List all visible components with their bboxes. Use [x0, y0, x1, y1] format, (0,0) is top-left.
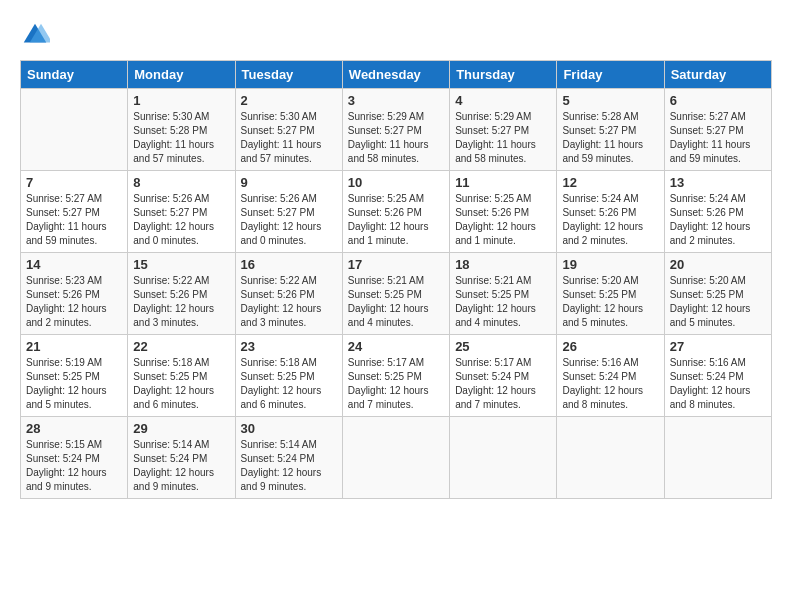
col-header-wednesday: Wednesday: [342, 61, 449, 89]
day-cell: [557, 417, 664, 499]
day-cell: 28Sunrise: 5:15 AMSunset: 5:24 PMDayligh…: [21, 417, 128, 499]
day-info: Sunrise: 5:30 AMSunset: 5:28 PMDaylight:…: [133, 110, 229, 166]
day-cell: [342, 417, 449, 499]
day-number: 16: [241, 257, 337, 272]
logo-icon: [20, 20, 50, 50]
day-info: Sunrise: 5:30 AMSunset: 5:27 PMDaylight:…: [241, 110, 337, 166]
day-info: Sunrise: 5:23 AMSunset: 5:26 PMDaylight:…: [26, 274, 122, 330]
day-number: 9: [241, 175, 337, 190]
day-cell: 25Sunrise: 5:17 AMSunset: 5:24 PMDayligh…: [450, 335, 557, 417]
day-info: Sunrise: 5:26 AMSunset: 5:27 PMDaylight:…: [241, 192, 337, 248]
day-cell: 10Sunrise: 5:25 AMSunset: 5:26 PMDayligh…: [342, 171, 449, 253]
day-cell: 2Sunrise: 5:30 AMSunset: 5:27 PMDaylight…: [235, 89, 342, 171]
day-number: 28: [26, 421, 122, 436]
day-cell: 11Sunrise: 5:25 AMSunset: 5:26 PMDayligh…: [450, 171, 557, 253]
day-number: 5: [562, 93, 658, 108]
day-number: 21: [26, 339, 122, 354]
week-row-3: 14Sunrise: 5:23 AMSunset: 5:26 PMDayligh…: [21, 253, 772, 335]
day-info: Sunrise: 5:17 AMSunset: 5:24 PMDaylight:…: [455, 356, 551, 412]
day-number: 29: [133, 421, 229, 436]
day-cell: 26Sunrise: 5:16 AMSunset: 5:24 PMDayligh…: [557, 335, 664, 417]
day-number: 14: [26, 257, 122, 272]
day-info: Sunrise: 5:18 AMSunset: 5:25 PMDaylight:…: [133, 356, 229, 412]
day-cell: 24Sunrise: 5:17 AMSunset: 5:25 PMDayligh…: [342, 335, 449, 417]
day-number: 10: [348, 175, 444, 190]
day-info: Sunrise: 5:22 AMSunset: 5:26 PMDaylight:…: [241, 274, 337, 330]
day-number: 27: [670, 339, 766, 354]
day-cell: 27Sunrise: 5:16 AMSunset: 5:24 PMDayligh…: [664, 335, 771, 417]
day-cell: 3Sunrise: 5:29 AMSunset: 5:27 PMDaylight…: [342, 89, 449, 171]
day-cell: 4Sunrise: 5:29 AMSunset: 5:27 PMDaylight…: [450, 89, 557, 171]
day-cell: 16Sunrise: 5:22 AMSunset: 5:26 PMDayligh…: [235, 253, 342, 335]
day-info: Sunrise: 5:28 AMSunset: 5:27 PMDaylight:…: [562, 110, 658, 166]
day-info: Sunrise: 5:14 AMSunset: 5:24 PMDaylight:…: [241, 438, 337, 494]
col-header-monday: Monday: [128, 61, 235, 89]
day-number: 12: [562, 175, 658, 190]
day-number: 26: [562, 339, 658, 354]
logo: [20, 20, 52, 50]
day-info: Sunrise: 5:18 AMSunset: 5:25 PMDaylight:…: [241, 356, 337, 412]
col-header-friday: Friday: [557, 61, 664, 89]
week-row-1: 1Sunrise: 5:30 AMSunset: 5:28 PMDaylight…: [21, 89, 772, 171]
day-cell: 1Sunrise: 5:30 AMSunset: 5:28 PMDaylight…: [128, 89, 235, 171]
day-cell: 15Sunrise: 5:22 AMSunset: 5:26 PMDayligh…: [128, 253, 235, 335]
day-number: 30: [241, 421, 337, 436]
day-cell: 14Sunrise: 5:23 AMSunset: 5:26 PMDayligh…: [21, 253, 128, 335]
day-cell: 18Sunrise: 5:21 AMSunset: 5:25 PMDayligh…: [450, 253, 557, 335]
day-info: Sunrise: 5:19 AMSunset: 5:25 PMDaylight:…: [26, 356, 122, 412]
week-row-5: 28Sunrise: 5:15 AMSunset: 5:24 PMDayligh…: [21, 417, 772, 499]
day-info: Sunrise: 5:26 AMSunset: 5:27 PMDaylight:…: [133, 192, 229, 248]
col-header-sunday: Sunday: [21, 61, 128, 89]
day-cell: 23Sunrise: 5:18 AMSunset: 5:25 PMDayligh…: [235, 335, 342, 417]
day-info: Sunrise: 5:25 AMSunset: 5:26 PMDaylight:…: [455, 192, 551, 248]
col-header-saturday: Saturday: [664, 61, 771, 89]
day-cell: 7Sunrise: 5:27 AMSunset: 5:27 PMDaylight…: [21, 171, 128, 253]
day-cell: 29Sunrise: 5:14 AMSunset: 5:24 PMDayligh…: [128, 417, 235, 499]
day-cell: 5Sunrise: 5:28 AMSunset: 5:27 PMDaylight…: [557, 89, 664, 171]
day-info: Sunrise: 5:21 AMSunset: 5:25 PMDaylight:…: [455, 274, 551, 330]
day-info: Sunrise: 5:27 AMSunset: 5:27 PMDaylight:…: [26, 192, 122, 248]
day-info: Sunrise: 5:20 AMSunset: 5:25 PMDaylight:…: [670, 274, 766, 330]
day-number: 15: [133, 257, 229, 272]
day-number: 25: [455, 339, 551, 354]
day-number: 2: [241, 93, 337, 108]
day-info: Sunrise: 5:16 AMSunset: 5:24 PMDaylight:…: [670, 356, 766, 412]
day-cell: 21Sunrise: 5:19 AMSunset: 5:25 PMDayligh…: [21, 335, 128, 417]
day-number: 24: [348, 339, 444, 354]
day-info: Sunrise: 5:16 AMSunset: 5:24 PMDaylight:…: [562, 356, 658, 412]
day-number: 4: [455, 93, 551, 108]
day-number: 19: [562, 257, 658, 272]
day-cell: 9Sunrise: 5:26 AMSunset: 5:27 PMDaylight…: [235, 171, 342, 253]
day-info: Sunrise: 5:25 AMSunset: 5:26 PMDaylight:…: [348, 192, 444, 248]
day-info: Sunrise: 5:21 AMSunset: 5:25 PMDaylight:…: [348, 274, 444, 330]
day-cell: 17Sunrise: 5:21 AMSunset: 5:25 PMDayligh…: [342, 253, 449, 335]
page-header: [20, 20, 772, 50]
day-number: 22: [133, 339, 229, 354]
day-number: 17: [348, 257, 444, 272]
day-cell: 13Sunrise: 5:24 AMSunset: 5:26 PMDayligh…: [664, 171, 771, 253]
day-info: Sunrise: 5:14 AMSunset: 5:24 PMDaylight:…: [133, 438, 229, 494]
day-info: Sunrise: 5:22 AMSunset: 5:26 PMDaylight:…: [133, 274, 229, 330]
header-row: SundayMondayTuesdayWednesdayThursdayFrid…: [21, 61, 772, 89]
day-info: Sunrise: 5:29 AMSunset: 5:27 PMDaylight:…: [348, 110, 444, 166]
day-cell: 6Sunrise: 5:27 AMSunset: 5:27 PMDaylight…: [664, 89, 771, 171]
day-number: 6: [670, 93, 766, 108]
day-number: 13: [670, 175, 766, 190]
week-row-2: 7Sunrise: 5:27 AMSunset: 5:27 PMDaylight…: [21, 171, 772, 253]
day-number: 18: [455, 257, 551, 272]
day-number: 1: [133, 93, 229, 108]
day-number: 11: [455, 175, 551, 190]
day-number: 23: [241, 339, 337, 354]
day-number: 8: [133, 175, 229, 190]
day-cell: 8Sunrise: 5:26 AMSunset: 5:27 PMDaylight…: [128, 171, 235, 253]
day-info: Sunrise: 5:24 AMSunset: 5:26 PMDaylight:…: [670, 192, 766, 248]
day-info: Sunrise: 5:15 AMSunset: 5:24 PMDaylight:…: [26, 438, 122, 494]
week-row-4: 21Sunrise: 5:19 AMSunset: 5:25 PMDayligh…: [21, 335, 772, 417]
day-info: Sunrise: 5:24 AMSunset: 5:26 PMDaylight:…: [562, 192, 658, 248]
day-cell: [664, 417, 771, 499]
day-cell: 19Sunrise: 5:20 AMSunset: 5:25 PMDayligh…: [557, 253, 664, 335]
day-number: 20: [670, 257, 766, 272]
day-cell: 20Sunrise: 5:20 AMSunset: 5:25 PMDayligh…: [664, 253, 771, 335]
day-cell: 30Sunrise: 5:14 AMSunset: 5:24 PMDayligh…: [235, 417, 342, 499]
day-number: 3: [348, 93, 444, 108]
